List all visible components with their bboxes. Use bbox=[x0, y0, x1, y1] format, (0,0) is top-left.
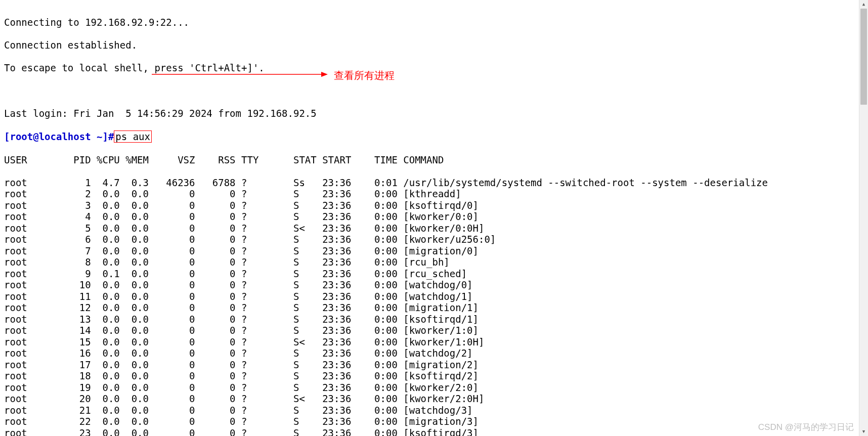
process-row: root 6 0.0 0.0 0 0 ? S 23:36 0:00 [kwork… bbox=[4, 234, 773, 245]
process-row: root 12 0.0 0.0 0 0 ? S 23:36 0:00 [migr… bbox=[4, 302, 773, 314]
process-row: root 3 0.0 0.0 0 0 ? S 23:36 0:00 [ksoft… bbox=[4, 200, 773, 211]
command-text: ps aux bbox=[115, 131, 150, 142]
line-established: Connection established. bbox=[4, 39, 773, 51]
scroll-down-icon[interactable]: ▼ bbox=[859, 427, 868, 436]
process-row: root 2 0.0 0.0 0 0 ? S 23:36 0:00 [kthre… bbox=[4, 188, 773, 200]
process-row: root 14 0.0 0.0 0 0 ? S 23:36 0:00 [kwor… bbox=[4, 325, 773, 336]
process-row: root 20 0.0 0.0 0 0 ? S< 23:36 0:00 [kwo… bbox=[4, 393, 773, 405]
scroll-up-icon[interactable]: ▲ bbox=[859, 0, 868, 9]
process-row: root 13 0.0 0.0 0 0 ? S 23:36 0:00 [ksof… bbox=[4, 314, 773, 325]
prompt-line: [root@localhost ~]#ps aux bbox=[4, 130, 773, 143]
process-row: root 17 0.0 0.0 0 0 ? S 23:36 0:00 [migr… bbox=[4, 359, 773, 371]
watermark-text: CSDN @河马的学习日记 bbox=[758, 422, 854, 433]
ps-header: USER PID %CPU %MEM VSZ RSS TTY STAT STAR… bbox=[4, 154, 773, 166]
process-row: root 21 0.0 0.0 0 0 ? S 23:36 0:00 [watc… bbox=[4, 405, 773, 416]
command-highlight-box: ps aux bbox=[114, 130, 152, 143]
process-row: root 10 0.0 0.0 0 0 ? S 23:36 0:00 [watc… bbox=[4, 279, 773, 291]
process-row: root 19 0.0 0.0 0 0 ? S 23:36 0:00 [kwor… bbox=[4, 382, 773, 394]
line-lastlogin: Last login: Fri Jan 5 14:56:29 2024 from… bbox=[4, 108, 773, 119]
scrollbar-thumb[interactable] bbox=[860, 9, 867, 105]
process-row: root 1 4.7 0.3 46236 6788 ? Ss 23:36 0:0… bbox=[4, 177, 773, 189]
process-row: root 7 0.0 0.0 0 0 ? S 23:36 0:00 [migra… bbox=[4, 245, 773, 257]
process-row: root 4 0.0 0.0 0 0 ? S 23:36 0:00 [kwork… bbox=[4, 211, 773, 223]
process-row: root 15 0.0 0.0 0 0 ? S< 23:36 0:00 [kwo… bbox=[4, 336, 773, 348]
process-row: root 8 0.0 0.0 0 0 ? S 23:36 0:00 [rcu_b… bbox=[4, 256, 773, 268]
shell-prompt: [root@localhost ~]# bbox=[4, 131, 114, 142]
scrollbar[interactable]: ▲ ▼ bbox=[859, 0, 868, 436]
process-row: root 11 0.0 0.0 0 0 ? S 23:36 0:00 [watc… bbox=[4, 291, 773, 302]
line-connecting: Connecting to 192.168.92.9:22... bbox=[4, 17, 773, 28]
process-rows: root 1 4.7 0.3 46236 6788 ? Ss 23:36 0:0… bbox=[4, 177, 773, 437]
blank-line bbox=[4, 85, 773, 97]
process-row: root 5 0.0 0.0 0 0 ? S< 23:36 0:00 [kwor… bbox=[4, 223, 773, 234]
annotation-label: 查看所有进程 bbox=[334, 70, 395, 81]
process-row: root 22 0.0 0.0 0 0 ? S 23:36 0:00 [migr… bbox=[4, 416, 773, 427]
process-row: root 18 0.0 0.0 0 0 ? S 23:36 0:00 [ksof… bbox=[4, 370, 773, 382]
process-row: root 23 0.0 0.0 0 0 ? S 23:36 0:00 [ksof… bbox=[4, 427, 773, 437]
process-row: root 16 0.0 0.0 0 0 ? S 23:36 0:00 [watc… bbox=[4, 347, 773, 359]
process-row: root 9 0.1 0.0 0 0 ? S 23:36 0:00 [rcu_s… bbox=[4, 268, 773, 280]
